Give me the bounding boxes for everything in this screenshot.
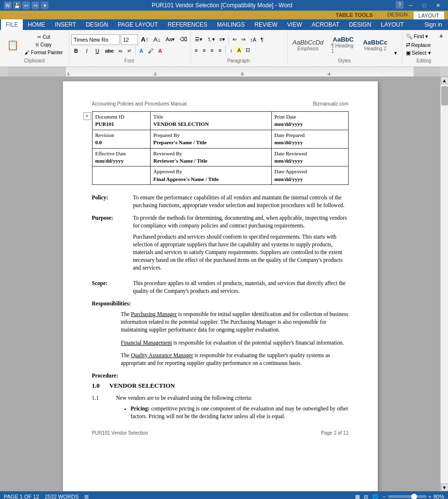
zoom-out-button[interactable]: − xyxy=(383,494,386,499)
undo-icon[interactable]: ↩ xyxy=(22,1,30,9)
web-layout-icon[interactable]: 🌐 xyxy=(372,494,379,499)
purpose-content: To provide the methods for determining, … xyxy=(133,214,349,274)
strikethrough-button[interactable]: abc xyxy=(103,47,116,55)
menu-references[interactable]: REFERENCES xyxy=(163,19,212,30)
align-left-button[interactable]: ≡ xyxy=(193,46,200,54)
menu-review[interactable]: REVIEW xyxy=(249,19,282,30)
find-button[interactable]: 🔍 Find ▾ xyxy=(404,33,443,40)
font-size-input[interactable] xyxy=(121,34,138,45)
menu-home[interactable]: HOME xyxy=(23,19,50,30)
menu-view[interactable]: VIEW xyxy=(282,19,307,30)
menu-file[interactable]: FILE xyxy=(1,19,23,30)
table-row: Revision 0.0 Prepared By Preparer's Name… xyxy=(92,130,348,148)
zoom-thumb[interactable] xyxy=(411,494,417,499)
shading-button[interactable]: A xyxy=(235,46,243,54)
zoom-control[interactable]: − + 80% xyxy=(383,494,444,499)
scope-section: Scope: This procedure applies to all ven… xyxy=(92,279,349,295)
clipboard-group: 📋 ✂ Cut ⎘ Copy 🖌 Format Painter Clipboar… xyxy=(2,31,69,64)
procedure-1-1: 1.1 New vendors are to be evaluated usin… xyxy=(92,394,349,402)
close-button[interactable]: ✕ xyxy=(432,1,444,10)
border-button[interactable]: ⊡ xyxy=(244,46,252,54)
font-shrink-button[interactable]: A↓ xyxy=(152,35,163,44)
table-cell: Reviewed By Reviewer's Name / Title xyxy=(150,148,271,166)
outdent-button[interactable]: ⇐ xyxy=(231,35,239,44)
select-button[interactable]: ▣ Select ▾ xyxy=(404,49,443,57)
font-color-button[interactable]: A xyxy=(156,47,164,55)
help-icon[interactable]: ? xyxy=(396,1,403,9)
clear-format-button[interactable]: ⌫ xyxy=(178,35,189,44)
redo-icon[interactable]: ↪ xyxy=(31,1,39,9)
paragraph-group: ☰▾ ⒈▾ ≡▾ ⇐ ⇒ ↕A ¶ ≡ ≡ ≡ ≡ ↕ A xyxy=(191,31,288,64)
cut-button[interactable]: ✂ Cut xyxy=(23,33,65,41)
align-right-button[interactable]: ≡ xyxy=(209,46,216,54)
menu-page-layout[interactable]: PAGE LAYOUT xyxy=(113,19,163,30)
style-heading2[interactable]: AaBbCc Heading 2 xyxy=(360,38,390,52)
bullets-button[interactable]: ☰▾ xyxy=(193,35,204,44)
scroll-track xyxy=(441,84,448,484)
text-effect-button[interactable]: A xyxy=(138,47,145,55)
sort-button[interactable]: ↕A xyxy=(248,36,258,44)
read-mode-icon[interactable]: ⊟ xyxy=(364,494,368,499)
copy-button[interactable]: ⎘ Copy xyxy=(23,41,65,48)
indent-button[interactable]: ⇒ xyxy=(239,35,247,44)
italic-button[interactable]: I xyxy=(82,47,92,55)
change-case-button[interactable]: Aa▾ xyxy=(164,35,177,44)
menu-acrobat[interactable]: ACROBAT xyxy=(307,19,344,30)
style-emphasis[interactable]: AaBbCcDd Emphasis xyxy=(290,38,326,52)
separator xyxy=(135,46,136,56)
vertical-scrollbar[interactable]: ▲ ▼ xyxy=(440,76,448,491)
table-cell: Prepared By Preparer's Name / Title xyxy=(150,130,271,148)
minimize-button[interactable]: ─ xyxy=(404,1,417,10)
replace-button[interactable]: ⇄ Replace xyxy=(404,41,443,48)
footer-right: Page 1 of 12 xyxy=(321,430,349,437)
format-painter-button[interactable]: 🖌 Format Painter xyxy=(23,49,65,56)
multilevel-button[interactable]: ≡▾ xyxy=(217,35,227,44)
menu-design[interactable]: DESIGN xyxy=(81,19,113,30)
print-layout-icon[interactable]: ▦ xyxy=(355,494,360,499)
show-paragraph-button[interactable]: ¶ xyxy=(259,36,265,44)
find-icon: 🔍 xyxy=(406,33,413,40)
paste-button[interactable]: 📋 xyxy=(4,38,22,52)
subscript-button[interactable]: x₂ xyxy=(117,47,125,54)
scroll-thumb[interactable] xyxy=(441,86,448,106)
align-center-button[interactable]: ≡ xyxy=(201,46,207,54)
menu-insert[interactable]: INSERT xyxy=(50,19,81,30)
zoom-slider[interactable] xyxy=(388,495,427,498)
scroll-down-button[interactable]: ▼ xyxy=(441,484,448,491)
highlight-button[interactable]: 🖊 xyxy=(146,47,155,55)
numbering-button[interactable]: ⒈▾ xyxy=(205,35,217,44)
zoom-in-button[interactable]: + xyxy=(429,494,432,499)
title-bar: W 💾 ↩ ↪ ▾ PUR101 Vendor Selection [Compa… xyxy=(0,0,448,11)
sign-in-link[interactable]: Sign in xyxy=(419,20,447,29)
menu-design2[interactable]: DESIGN xyxy=(344,19,376,30)
table-cell: Print Date mm/dd/yyyy xyxy=(271,112,348,130)
table-cell: Revision 0.0 xyxy=(92,130,150,148)
customize-icon[interactable]: ▾ xyxy=(41,1,48,9)
save-icon[interactable]: 💾 xyxy=(13,1,21,9)
responsibilities-content: The Purchasing Manager is responsible fo… xyxy=(92,310,349,367)
styles-more-button[interactable]: ▾ xyxy=(392,49,399,57)
font-grow-button[interactable]: A↑ xyxy=(139,35,151,44)
add-table-button[interactable]: + xyxy=(83,112,91,120)
footer-left: PUR101 Vendor Selection xyxy=(92,430,148,437)
superscript-button[interactable]: x² xyxy=(125,47,133,54)
page-container[interactable]: Accounting Policies and Procedures Manua… xyxy=(0,76,440,491)
underline-button[interactable]: U xyxy=(93,47,102,55)
table-row: Approved By Final Approve's Name / Title… xyxy=(92,166,348,185)
paragraph-label: Paragraph xyxy=(193,58,284,63)
style-heading1[interactable]: AaBbC ¶ Heading 1 xyxy=(328,35,358,55)
separator2 xyxy=(229,35,229,45)
menu-mailings[interactable]: MAILINGS xyxy=(212,19,249,30)
menu-layout[interactable]: LAYOUT xyxy=(376,19,409,30)
font-name-input[interactable] xyxy=(71,34,120,45)
bold-button[interactable]: B xyxy=(71,47,81,55)
line-spacing-button[interactable]: ↕ xyxy=(228,46,234,54)
ribbon-collapse-button[interactable]: ▲ xyxy=(438,32,444,39)
font-group: A↑ A↓ Aa▾ ⌫ B I U abc x₂ x² A 🖊 A xyxy=(69,31,191,64)
justify-button[interactable]: ≡ xyxy=(216,46,223,54)
tab-design[interactable]: DESIGN xyxy=(383,11,413,19)
maximize-button[interactable]: □ xyxy=(418,1,431,10)
purpose-section: Purpose: To provide the methods for dete… xyxy=(92,214,349,274)
scroll-up-button[interactable]: ▲ xyxy=(441,76,448,84)
tab-layout[interactable]: LAYOUT xyxy=(414,11,444,19)
